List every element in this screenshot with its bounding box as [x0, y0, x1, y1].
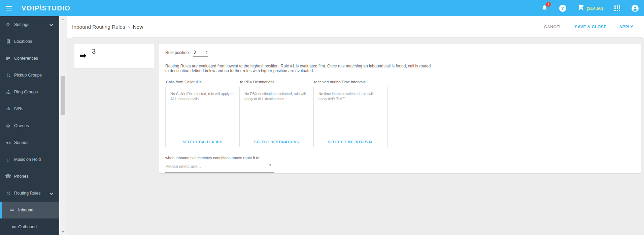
time-intervals-hint: No time intervals selected, rule will ap…	[314, 87, 387, 101]
pbx-destinations-hint: No PBX destinations selected, rule will …	[240, 87, 313, 101]
condition-column-labels: Calls from Caller IDs: to PBX Destinatio…	[165, 80, 641, 84]
sidebar-item-locations[interactable]: Locations	[0, 33, 59, 50]
cart-amount: ($14.60)	[587, 6, 603, 11]
scrollbar-down-arrow[interactable]: ▼	[59, 229, 67, 235]
rule-position-card: ➡ 3	[74, 43, 154, 69]
speaker-icon	[4, 140, 12, 145]
rule-position-number: 3	[92, 48, 96, 55]
sidebar: ⚙ Settings Locations Conferences Pickup …	[0, 16, 59, 235]
caller-ids-panel: No Caller IDs selected, rule will apply …	[166, 87, 239, 147]
rule-description-line2: to destination defined below and no furt…	[165, 68, 641, 73]
page-actions: CANCEL SAVE & CLOSE APPLY	[544, 25, 633, 29]
cart-icon	[578, 4, 584, 12]
rule-form-card: Rule position: 3 ▲ ▼ Routing Rules are e…	[159, 43, 641, 174]
route-to-label: when inbound call matches conditions abo…	[165, 156, 641, 160]
sidebar-item-ring-groups[interactable]: Ring Groups	[0, 84, 59, 100]
phone-icon: ☎	[4, 173, 12, 179]
breadcrumb-separator: ›	[128, 24, 130, 30]
rule-description-line1: Routing Rules are evaluated from lowest …	[165, 64, 641, 68]
pickup-groups-icon	[4, 72, 12, 78]
ring-groups-icon	[4, 89, 12, 95]
pbx-destinations-panel: No PBX destinations selected, rule will …	[239, 87, 313, 147]
ivr-tree-icon	[4, 106, 12, 112]
dropdown-caret-icon: ▼	[269, 164, 272, 167]
voipstudio-logo: VOIP\STUDIO	[22, 4, 70, 12]
rule-description: Routing Rules are evaluated from lowest …	[165, 64, 641, 73]
rule-position-row: Rule position: 3 ▲ ▼	[165, 50, 641, 57]
rule-position-value: 3	[194, 50, 196, 55]
chevron-down-icon	[49, 22, 53, 28]
pbx-destinations-label: to PBX Destinations:	[239, 80, 313, 84]
scrollbar-up-arrow[interactable]: ▲	[59, 16, 67, 22]
apply-button[interactable]: APPLY	[619, 25, 633, 29]
chat-bubble-icon	[4, 56, 12, 61]
account-button[interactable]	[632, 5, 639, 12]
caller-ids-label: Calls from Caller IDs:	[165, 80, 239, 84]
number-spinner: ▲ ▼	[206, 50, 208, 54]
main-content: Inbound Routing Rules › New CANCEL SAVE …	[67, 16, 644, 235]
music-note-icon: ♫	[4, 157, 12, 163]
sidebar-item-pickup-groups[interactable]: Pickup Groups	[0, 67, 59, 84]
page-body: ➡ 3 Rule position: 3 ▲ ▼ Routing Rules a	[67, 38, 644, 235]
sidebar-item-phones[interactable]: ☎ Phones	[0, 168, 59, 185]
sidebar-item-outbound[interactable]: ➡ Outbound	[0, 218, 59, 235]
time-intervals-label: received during Time intervals:	[313, 80, 388, 84]
sidebar-item-routing-rules[interactable]: Routing Rules	[0, 185, 59, 202]
time-intervals-panel: No time intervals selected, rule will ap…	[313, 87, 387, 147]
spinner-down-button[interactable]: ▼	[206, 52, 208, 54]
select-time-interval-button[interactable]: SELECT TIME INTERVAL	[314, 140, 387, 144]
rule-position-label: Rule position:	[165, 50, 190, 57]
sidebar-item-queues[interactable]: Queues	[0, 117, 59, 134]
route-destination-placeholder: Please select one...	[166, 164, 201, 169]
app-window: VOIP\STUDIO 1 ? ($14.60)	[0, 0, 644, 235]
hamburger-menu-icon[interactable]	[6, 6, 12, 10]
condition-columns: No Caller IDs selected, rule will apply …	[165, 87, 388, 147]
sidebar-item-inbound[interactable]: ➡ Inbound	[0, 202, 59, 218]
sidebar-item-conferences[interactable]: Conferences	[0, 50, 59, 67]
sidebar-item-settings[interactable]: ⚙ Settings	[0, 16, 59, 33]
help-button[interactable]: ?	[559, 5, 566, 12]
cart-button[interactable]: ($14.60)	[578, 4, 603, 12]
page-title: New	[133, 24, 143, 30]
apps-button[interactable]	[614, 5, 620, 11]
rule-position-input[interactable]: 3 ▲ ▼	[193, 50, 208, 57]
chevron-down-icon	[49, 190, 53, 196]
cancel-button[interactable]: CANCEL	[544, 25, 562, 29]
building-icon	[4, 39, 12, 44]
arrow-right-icon: ➡	[8, 207, 16, 213]
caller-ids-hint: No Caller IDs selected, rule will apply …	[166, 87, 239, 101]
top-header: VOIP\STUDIO 1 ? ($14.60)	[0, 0, 644, 16]
breadcrumb-parent-link[interactable]: Inbound Routing Rules	[72, 24, 125, 30]
breadcrumb: Inbound Routing Rules › New	[72, 24, 143, 30]
sidebar-item-sounds[interactable]: Sounds	[0, 134, 59, 151]
page-header-bar: Inbound Routing Rules › New CANCEL SAVE …	[67, 16, 644, 38]
sidebar-scrollbar[interactable]: ▲ ▼	[59, 16, 67, 235]
select-destinations-button[interactable]: SELECT DESTINATIONS	[240, 140, 313, 144]
scrollbar-thumb[interactable]	[61, 76, 65, 115]
sidebar-item-ivrs[interactable]: IVRs	[0, 100, 59, 117]
user-avatar-icon	[632, 5, 639, 12]
inbound-rule-arrow-icon: ➡	[79, 51, 87, 60]
arrow-left-icon: ➡	[8, 224, 16, 230]
queues-people-icon	[4, 123, 12, 128]
select-caller-ids-button[interactable]: SELECT CALLER IDS	[166, 140, 239, 144]
route-destination-select[interactable]: Please select one... ▼	[165, 162, 274, 173]
header-actions: 1 ? ($14.60)	[541, 4, 639, 12]
help-icon: ?	[559, 5, 566, 12]
gear-icon: ⚙	[4, 22, 12, 28]
notifications-button[interactable]: 1	[541, 4, 548, 12]
apps-grid-icon	[614, 5, 620, 11]
shuffle-icon	[4, 191, 12, 196]
notification-badge: 1	[546, 2, 551, 7]
save-close-button[interactable]: SAVE & CLOSE	[575, 25, 606, 29]
sidebar-item-music-on-hold[interactable]: ♫ Music on Hold	[0, 151, 59, 168]
